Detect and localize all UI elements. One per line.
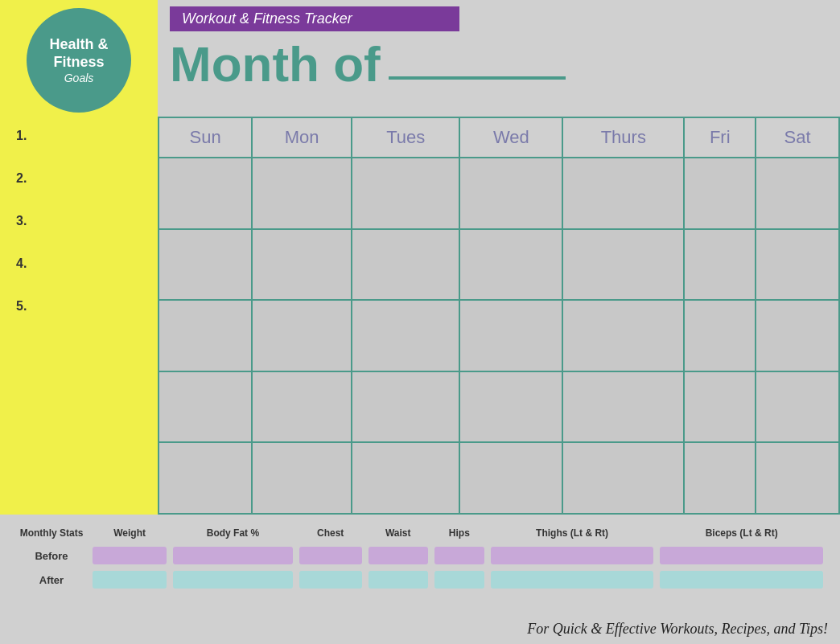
calendar-area: Sun Mon Tues Wed Thurs Fri Sat xyxy=(158,117,840,515)
badge-title: Health & Fitness xyxy=(27,36,131,71)
label-before: Before xyxy=(15,545,88,566)
cell-r5-wed[interactable] xyxy=(459,442,562,514)
cell-r5-mon[interactable] xyxy=(252,442,352,514)
cell-r5-tues[interactable] xyxy=(352,442,459,514)
after-chest[interactable] xyxy=(298,569,364,590)
before-waist[interactable] xyxy=(367,545,430,566)
after-bodyfat[interactable] xyxy=(171,569,294,590)
day-mon: Mon xyxy=(252,117,352,158)
month-underline xyxy=(389,76,566,80)
cell-r2-sun[interactable] xyxy=(159,229,252,301)
cell-r4-sun[interactable] xyxy=(159,371,252,443)
cell-r1-thurs[interactable] xyxy=(562,158,684,229)
day-tues: Tues xyxy=(352,117,459,158)
day-thurs: Thurs xyxy=(562,117,684,158)
cell-r3-wed[interactable] xyxy=(459,300,562,371)
cell-r2-fri[interactable] xyxy=(684,229,756,301)
col-chest: Chest xyxy=(298,524,364,542)
day-wed: Wed xyxy=(459,117,562,158)
stats-area: Monthly Stats Weight Body Fat % Chest Wa… xyxy=(0,515,840,644)
cell-r1-sat[interactable] xyxy=(756,158,839,229)
after-weight[interactable] xyxy=(91,569,168,590)
tracker-banner: Workout & Fitness Tracker xyxy=(170,6,459,31)
cell-r3-sat[interactable] xyxy=(756,300,839,371)
calendar-row-3 xyxy=(159,300,839,371)
calendar-header-row: Sun Mon Tues Wed Thurs Fri Sat xyxy=(159,117,839,158)
day-fri: Fri xyxy=(684,117,756,158)
cell-r1-sun[interactable] xyxy=(159,158,252,229)
after-hips[interactable] xyxy=(433,569,486,590)
cell-r5-sat[interactable] xyxy=(756,442,839,514)
cell-r5-sun[interactable] xyxy=(159,442,252,514)
cell-r3-fri[interactable] xyxy=(684,300,756,371)
stats-row-after: After xyxy=(15,569,825,590)
calendar-row-1 xyxy=(159,158,839,229)
cell-r4-tues[interactable] xyxy=(352,371,459,443)
calendar-row-5 xyxy=(159,442,839,514)
col-waist: Waist xyxy=(367,524,430,542)
day-sun: Sun xyxy=(159,117,252,158)
cell-r2-tues[interactable] xyxy=(352,229,459,301)
cell-r5-thurs[interactable] xyxy=(562,442,684,514)
col-body-fat: Body Fat % xyxy=(171,524,294,542)
col-hips: Hips xyxy=(433,524,486,542)
cell-r3-tues[interactable] xyxy=(352,300,459,371)
stats-table: Monthly Stats Weight Body Fat % Chest Wa… xyxy=(12,521,828,593)
col-monthly-stats: Monthly Stats xyxy=(15,524,88,542)
cell-r2-mon[interactable] xyxy=(252,229,352,301)
goal-2: 2. xyxy=(16,171,142,186)
cell-r2-thurs[interactable] xyxy=(562,229,684,301)
goal-3: 3. xyxy=(16,214,142,228)
calendar-row-2 xyxy=(159,229,839,301)
before-bodyfat[interactable] xyxy=(171,545,294,566)
cell-r4-fri[interactable] xyxy=(684,371,756,443)
goal-1: 1. xyxy=(16,129,142,143)
health-goals-badge: Health & Fitness Goals xyxy=(27,8,131,113)
header-area: Workout & Fitness Tracker Month of xyxy=(158,0,840,117)
after-thighs[interactable] xyxy=(489,569,656,590)
cell-r1-tues[interactable] xyxy=(352,158,459,229)
month-of-text: Month of xyxy=(170,39,381,89)
cell-r3-thurs[interactable] xyxy=(562,300,684,371)
goal-4: 4. xyxy=(16,256,142,271)
before-biceps[interactable] xyxy=(658,545,825,566)
cell-r4-thurs[interactable] xyxy=(562,371,684,443)
col-weight: Weight xyxy=(91,524,168,542)
before-weight[interactable] xyxy=(91,545,168,566)
month-of-row: Month of xyxy=(170,39,828,89)
cell-r2-sat[interactable] xyxy=(756,229,839,301)
badge-subtitle: Goals xyxy=(64,72,94,84)
cell-r4-wed[interactable] xyxy=(459,371,562,443)
cell-r2-wed[interactable] xyxy=(459,229,562,301)
cell-r1-mon[interactable] xyxy=(252,158,352,229)
cell-r5-fri[interactable] xyxy=(684,442,756,514)
col-thighs: Thighs (Lt & Rt) xyxy=(489,524,656,542)
cell-r4-sat[interactable] xyxy=(756,371,839,443)
before-hips[interactable] xyxy=(433,545,486,566)
calendar-row-4 xyxy=(159,371,839,443)
cell-r1-wed[interactable] xyxy=(459,158,562,229)
col-biceps: Biceps (Lt & Rt) xyxy=(658,524,825,542)
after-biceps[interactable] xyxy=(658,569,825,590)
goal-5: 5. xyxy=(16,299,142,314)
calendar-grid: Sun Mon Tues Wed Thurs Fri Sat xyxy=(158,117,840,515)
stats-header-row: Monthly Stats Weight Body Fat % Chest Wa… xyxy=(15,524,825,542)
before-thighs[interactable] xyxy=(489,545,656,566)
sidebar: Health & Fitness Goals 1. 2. 3. 4. 5. xyxy=(0,0,158,515)
label-after: After xyxy=(15,569,88,590)
stats-row-before: Before xyxy=(15,545,825,566)
cell-r4-mon[interactable] xyxy=(252,371,352,443)
cell-r1-fri[interactable] xyxy=(684,158,756,229)
before-chest[interactable] xyxy=(298,545,364,566)
day-sat: Sat xyxy=(756,117,839,158)
cell-r3-mon[interactable] xyxy=(252,300,352,371)
footer-text: For Quick & Effective Workouts, Recipes,… xyxy=(527,621,828,638)
cell-r3-sun[interactable] xyxy=(159,300,252,371)
after-waist[interactable] xyxy=(367,569,430,590)
goals-list: 1. 2. 3. 4. 5. xyxy=(0,121,158,515)
